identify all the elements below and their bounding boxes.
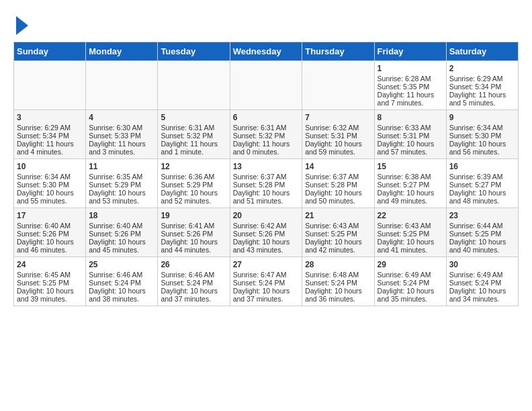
day-number: 29	[378, 260, 443, 269]
day-detail: Sunrise: 6:31 AM	[161, 124, 226, 132]
day-detail: Daylight: 10 hours and 57 minutes.	[378, 140, 443, 156]
day-number: 1	[378, 64, 443, 73]
logo-arrow-icon	[16, 16, 28, 35]
day-number: 9	[449, 113, 515, 122]
day-detail: Daylight: 10 hours and 37 minutes.	[233, 287, 300, 303]
day-detail: Sunset: 5:26 PM	[161, 230, 226, 238]
day-detail: Sunset: 5:24 PM	[233, 279, 300, 287]
day-detail: Sunset: 5:25 PM	[378, 230, 443, 238]
day-detail: Daylight: 10 hours and 44 minutes.	[161, 238, 226, 254]
day-detail: Sunset: 5:27 PM	[378, 181, 443, 189]
calendar-cell: 2Sunrise: 6:29 AMSunset: 5:34 PMDaylight…	[446, 61, 518, 110]
day-detail: Daylight: 11 hours and 0 minutes.	[233, 140, 300, 156]
calendar-table: SundayMondayTuesdayWednesdayThursdayFrid…	[13, 42, 519, 306]
day-detail: Sunset: 5:26 PM	[17, 230, 83, 238]
day-number: 22	[378, 211, 443, 220]
calendar-cell: 16Sunrise: 6:39 AMSunset: 5:27 PMDayligh…	[446, 159, 518, 208]
day-detail: Sunrise: 6:41 AM	[161, 222, 226, 230]
day-detail: Daylight: 10 hours and 37 minutes.	[161, 287, 226, 303]
logo	[13, 13, 28, 35]
day-detail: Daylight: 11 hours and 1 minute.	[161, 140, 226, 156]
day-number: 10	[17, 162, 83, 171]
calendar-cell	[158, 61, 230, 110]
day-detail: Sunset: 5:31 PM	[305, 132, 371, 140]
day-detail: Sunrise: 6:37 AM	[233, 173, 300, 181]
day-detail: Sunset: 5:25 PM	[17, 279, 83, 287]
weekday-header: Saturday	[446, 42, 518, 61]
day-detail: Sunset: 5:25 PM	[305, 230, 371, 238]
calendar-cell: 9Sunrise: 6:34 AMSunset: 5:30 PMDaylight…	[446, 110, 518, 159]
day-detail: Sunset: 5:27 PM	[449, 181, 515, 189]
day-detail: Sunset: 5:24 PM	[378, 279, 443, 287]
calendar-week-row: 10Sunrise: 6:34 AMSunset: 5:30 PMDayligh…	[14, 159, 519, 208]
day-detail: Sunrise: 6:40 AM	[89, 222, 154, 230]
day-number: 16	[449, 162, 515, 171]
calendar-cell: 1Sunrise: 6:28 AMSunset: 5:35 PMDaylight…	[374, 61, 446, 110]
calendar-cell: 8Sunrise: 6:33 AMSunset: 5:31 PMDaylight…	[374, 110, 446, 159]
calendar-cell: 15Sunrise: 6:38 AMSunset: 5:27 PMDayligh…	[374, 159, 446, 208]
day-number: 26	[161, 260, 226, 269]
day-detail: Sunset: 5:34 PM	[17, 132, 83, 140]
day-number: 24	[17, 260, 83, 269]
day-detail: Sunrise: 6:34 AM	[17, 173, 83, 181]
day-detail: Sunset: 5:29 PM	[161, 181, 226, 189]
day-number: 27	[233, 260, 300, 269]
calendar-cell: 19Sunrise: 6:41 AMSunset: 5:26 PMDayligh…	[158, 208, 230, 257]
calendar-cell: 7Sunrise: 6:32 AMSunset: 5:31 PMDaylight…	[302, 110, 374, 159]
calendar-cell	[14, 61, 86, 110]
day-detail: Sunrise: 6:32 AM	[305, 124, 371, 132]
day-detail: Sunset: 5:24 PM	[161, 279, 226, 287]
calendar-cell: 30Sunrise: 6:49 AMSunset: 5:24 PMDayligh…	[446, 257, 518, 306]
day-detail: Sunrise: 6:47 AM	[233, 271, 300, 279]
day-detail: Sunrise: 6:30 AM	[89, 124, 154, 132]
day-detail: Sunset: 5:30 PM	[17, 181, 83, 189]
day-detail: Sunrise: 6:35 AM	[89, 173, 154, 181]
day-detail: Sunset: 5:24 PM	[305, 279, 371, 287]
day-detail: Sunrise: 6:29 AM	[449, 75, 515, 83]
day-detail: Sunset: 5:30 PM	[449, 132, 515, 140]
day-detail: Sunrise: 6:48 AM	[305, 271, 371, 279]
day-detail: Sunrise: 6:46 AM	[89, 271, 154, 279]
day-detail: Sunrise: 6:42 AM	[233, 222, 300, 230]
weekday-header: Monday	[86, 42, 158, 61]
day-detail: Sunrise: 6:38 AM	[378, 173, 443, 181]
calendar-cell	[302, 61, 374, 110]
calendar-week-row: 24Sunrise: 6:45 AMSunset: 5:25 PMDayligh…	[14, 257, 519, 306]
day-number: 25	[89, 260, 154, 269]
day-detail: Sunset: 5:28 PM	[305, 181, 371, 189]
day-detail: Sunrise: 6:43 AM	[305, 222, 371, 230]
day-detail: Sunset: 5:24 PM	[449, 279, 515, 287]
calendar-cell: 25Sunrise: 6:46 AMSunset: 5:24 PMDayligh…	[86, 257, 158, 306]
calendar-cell: 6Sunrise: 6:31 AMSunset: 5:32 PMDaylight…	[230, 110, 302, 159]
day-detail: Daylight: 10 hours and 45 minutes.	[89, 238, 154, 254]
day-detail: Sunrise: 6:33 AM	[378, 124, 443, 132]
day-detail: Sunrise: 6:40 AM	[17, 222, 83, 230]
calendar-cell: 18Sunrise: 6:40 AMSunset: 5:26 PMDayligh…	[86, 208, 158, 257]
calendar-cell: 11Sunrise: 6:35 AMSunset: 5:29 PMDayligh…	[86, 159, 158, 208]
day-detail: Sunrise: 6:34 AM	[449, 124, 515, 132]
day-detail: Sunset: 5:28 PM	[233, 181, 300, 189]
day-number: 3	[17, 113, 83, 122]
day-detail: Sunset: 5:26 PM	[233, 230, 300, 238]
day-number: 7	[305, 113, 371, 122]
calendar-cell: 27Sunrise: 6:47 AMSunset: 5:24 PMDayligh…	[230, 257, 302, 306]
day-number: 14	[305, 162, 371, 171]
day-detail: Daylight: 10 hours and 56 minutes.	[449, 140, 515, 156]
calendar-cell: 26Sunrise: 6:46 AMSunset: 5:24 PMDayligh…	[158, 257, 230, 306]
day-number: 12	[161, 162, 226, 171]
day-detail: Sunrise: 6:46 AM	[161, 271, 226, 279]
day-number: 15	[378, 162, 443, 171]
day-detail: Daylight: 10 hours and 40 minutes.	[449, 238, 515, 254]
day-number: 20	[233, 211, 300, 220]
day-detail: Sunset: 5:32 PM	[161, 132, 226, 140]
day-detail: Sunrise: 6:36 AM	[161, 173, 226, 181]
day-detail: Sunset: 5:32 PM	[233, 132, 300, 140]
calendar-cell: 5Sunrise: 6:31 AMSunset: 5:32 PMDaylight…	[158, 110, 230, 159]
day-detail: Sunrise: 6:39 AM	[449, 173, 515, 181]
calendar-cell: 21Sunrise: 6:43 AMSunset: 5:25 PMDayligh…	[302, 208, 374, 257]
day-detail: Sunrise: 6:31 AM	[233, 124, 300, 132]
calendar-cell: 17Sunrise: 6:40 AMSunset: 5:26 PMDayligh…	[14, 208, 86, 257]
day-detail: Daylight: 10 hours and 53 minutes.	[89, 189, 154, 205]
day-detail: Daylight: 11 hours and 3 minutes.	[89, 140, 154, 156]
day-detail: Daylight: 11 hours and 7 minutes.	[378, 91, 443, 107]
